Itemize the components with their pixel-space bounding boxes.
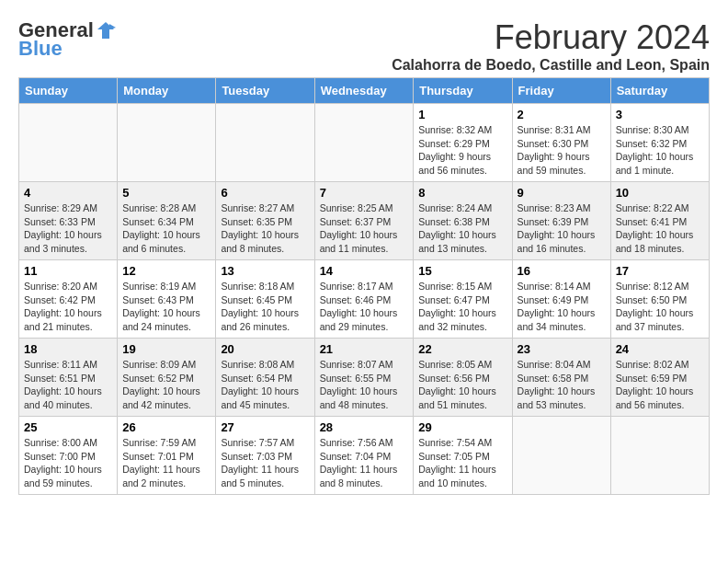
day-number: 5: [122, 186, 210, 200]
calendar-cell: [19, 104, 118, 182]
calendar-cell: 22Sunrise: 8:05 AM Sunset: 6:56 PM Dayli…: [414, 339, 512, 417]
calendar-cell: 19Sunrise: 8:09 AM Sunset: 6:52 PM Dayli…: [118, 339, 216, 417]
day-info: Sunrise: 8:23 AM Sunset: 6:39 PM Dayligh…: [518, 201, 606, 256]
day-info: Sunrise: 8:08 AM Sunset: 6:54 PM Dayligh…: [221, 358, 309, 412]
day-number: 2: [518, 108, 606, 121]
calendar-cell: 29Sunrise: 7:54 AM Sunset: 7:05 PM Dayli…: [414, 417, 512, 495]
day-number: 14: [320, 264, 409, 278]
day-number: 18: [24, 342, 112, 356]
day-info: Sunrise: 8:02 AM Sunset: 6:59 PM Dayligh…: [616, 358, 704, 412]
day-info: Sunrise: 8:29 AM Sunset: 6:33 PM Dayligh…: [24, 201, 112, 256]
day-number: 29: [418, 420, 506, 434]
day-number: 23: [518, 342, 606, 356]
calendar-cell: 8Sunrise: 8:24 AM Sunset: 6:38 PM Daylig…: [414, 182, 512, 260]
calendar-cell: 10Sunrise: 8:22 AM Sunset: 6:41 PM Dayli…: [610, 182, 709, 260]
calendar-cell: 1Sunrise: 8:32 AM Sunset: 6:29 PM Daylig…: [414, 104, 512, 182]
calendar-title: February 2024: [392, 18, 710, 57]
logo: General Blue: [18, 18, 116, 61]
day-number: 15: [418, 264, 506, 278]
calendar-cell: 2Sunrise: 8:31 AM Sunset: 6:30 PM Daylig…: [512, 104, 610, 182]
title-area: February 2024 Calahorra de Boedo, Castil…: [392, 18, 710, 74]
day-info: Sunrise: 8:09 AM Sunset: 6:52 PM Dayligh…: [122, 358, 210, 412]
day-info: Sunrise: 8:20 AM Sunset: 6:42 PM Dayligh…: [24, 280, 112, 334]
day-info: Sunrise: 8:07 AM Sunset: 6:55 PM Dayligh…: [320, 358, 409, 412]
day-number: 20: [221, 342, 309, 356]
calendar-header-wednesday: Wednesday: [314, 78, 414, 104]
day-number: 25: [24, 420, 112, 434]
day-number: 28: [320, 420, 409, 434]
day-info: Sunrise: 8:04 AM Sunset: 6:58 PM Dayligh…: [518, 358, 606, 412]
calendar-week-row: 18Sunrise: 8:11 AM Sunset: 6:51 PM Dayli…: [19, 339, 710, 417]
calendar-cell: 16Sunrise: 8:14 AM Sunset: 6:49 PM Dayli…: [512, 260, 610, 339]
calendar-header-friday: Friday: [512, 78, 610, 104]
calendar-cell: 5Sunrise: 8:28 AM Sunset: 6:34 PM Daylig…: [118, 182, 216, 260]
day-info: Sunrise: 8:00 AM Sunset: 7:00 PM Dayligh…: [24, 436, 112, 490]
day-info: Sunrise: 8:30 AM Sunset: 6:32 PM Dayligh…: [616, 123, 704, 178]
calendar-cell: 18Sunrise: 8:11 AM Sunset: 6:51 PM Dayli…: [19, 339, 118, 417]
day-number: 11: [24, 264, 112, 278]
calendar-cell: [216, 104, 314, 182]
day-info: Sunrise: 8:18 AM Sunset: 6:45 PM Dayligh…: [221, 280, 309, 334]
day-info: Sunrise: 8:15 AM Sunset: 6:47 PM Dayligh…: [418, 280, 506, 334]
day-info: Sunrise: 8:31 AM Sunset: 6:30 PM Dayligh…: [518, 123, 606, 178]
day-number: 12: [122, 264, 210, 278]
calendar-cell: 11Sunrise: 8:20 AM Sunset: 6:42 PM Dayli…: [19, 260, 118, 339]
calendar-cell: 20Sunrise: 8:08 AM Sunset: 6:54 PM Dayli…: [216, 339, 314, 417]
calendar-table: SundayMondayTuesdayWednesdayThursdayFrid…: [18, 77, 710, 495]
day-number: 8: [418, 186, 506, 200]
calendar-header-saturday: Saturday: [610, 78, 709, 104]
day-info: Sunrise: 8:22 AM Sunset: 6:41 PM Dayligh…: [616, 201, 704, 256]
logo-bird-icon: [96, 20, 116, 40]
svg-marker-0: [97, 22, 114, 39]
day-info: Sunrise: 7:56 AM Sunset: 7:04 PM Dayligh…: [320, 436, 409, 490]
day-info: Sunrise: 7:57 AM Sunset: 7:03 PM Dayligh…: [221, 436, 309, 490]
calendar-header-thursday: Thursday: [414, 78, 512, 104]
day-number: 10: [616, 186, 704, 200]
day-info: Sunrise: 8:12 AM Sunset: 6:50 PM Dayligh…: [616, 280, 704, 334]
day-number: 26: [122, 420, 210, 434]
calendar-cell: 14Sunrise: 8:17 AM Sunset: 6:46 PM Dayli…: [314, 260, 414, 339]
day-info: Sunrise: 8:27 AM Sunset: 6:35 PM Dayligh…: [221, 201, 309, 256]
day-info: Sunrise: 8:28 AM Sunset: 6:34 PM Dayligh…: [122, 201, 210, 256]
calendar-header-tuesday: Tuesday: [216, 78, 314, 104]
day-info: Sunrise: 8:17 AM Sunset: 6:46 PM Dayligh…: [320, 280, 409, 334]
calendar-cell: [314, 104, 414, 182]
day-number: 24: [616, 342, 704, 356]
calendar-cell: 15Sunrise: 8:15 AM Sunset: 6:47 PM Dayli…: [414, 260, 512, 339]
calendar-cell: 28Sunrise: 7:56 AM Sunset: 7:04 PM Dayli…: [314, 417, 414, 495]
calendar-cell: 12Sunrise: 8:19 AM Sunset: 6:43 PM Dayli…: [118, 260, 216, 339]
calendar-week-row: 1Sunrise: 8:32 AM Sunset: 6:29 PM Daylig…: [19, 104, 710, 182]
calendar-cell: 27Sunrise: 7:57 AM Sunset: 7:03 PM Dayli…: [216, 417, 314, 495]
calendar-cell: 7Sunrise: 8:25 AM Sunset: 6:37 PM Daylig…: [314, 182, 414, 260]
day-number: 27: [221, 420, 309, 434]
day-number: 16: [518, 264, 606, 278]
day-info: Sunrise: 8:05 AM Sunset: 6:56 PM Dayligh…: [418, 358, 506, 412]
day-info: Sunrise: 8:19 AM Sunset: 6:43 PM Dayligh…: [122, 280, 210, 334]
calendar-cell: [512, 417, 610, 495]
day-number: 7: [320, 186, 409, 200]
calendar-week-row: 11Sunrise: 8:20 AM Sunset: 6:42 PM Dayli…: [19, 260, 710, 339]
calendar-cell: 13Sunrise: 8:18 AM Sunset: 6:45 PM Dayli…: [216, 260, 314, 339]
logo-blue-text: Blue: [18, 37, 63, 61]
calendar-header-sunday: Sunday: [19, 78, 118, 104]
calendar-cell: 24Sunrise: 8:02 AM Sunset: 6:59 PM Dayli…: [610, 339, 709, 417]
day-number: 6: [221, 186, 309, 200]
day-info: Sunrise: 8:14 AM Sunset: 6:49 PM Dayligh…: [518, 280, 606, 334]
calendar-cell: 6Sunrise: 8:27 AM Sunset: 6:35 PM Daylig…: [216, 182, 314, 260]
calendar-header-row: SundayMondayTuesdayWednesdayThursdayFrid…: [19, 78, 710, 104]
day-info: Sunrise: 8:11 AM Sunset: 6:51 PM Dayligh…: [24, 358, 112, 412]
day-number: 19: [122, 342, 210, 356]
calendar-cell: 17Sunrise: 8:12 AM Sunset: 6:50 PM Dayli…: [610, 260, 709, 339]
calendar-cell: 23Sunrise: 8:04 AM Sunset: 6:58 PM Dayli…: [512, 339, 610, 417]
calendar-week-row: 4Sunrise: 8:29 AM Sunset: 6:33 PM Daylig…: [19, 182, 710, 260]
calendar-cell: 4Sunrise: 8:29 AM Sunset: 6:33 PM Daylig…: [19, 182, 118, 260]
day-number: 1: [418, 108, 506, 121]
day-info: Sunrise: 7:59 AM Sunset: 7:01 PM Dayligh…: [122, 436, 210, 490]
calendar-body: 1Sunrise: 8:32 AM Sunset: 6:29 PM Daylig…: [19, 104, 710, 495]
calendar-cell: 25Sunrise: 8:00 AM Sunset: 7:00 PM Dayli…: [19, 417, 118, 495]
calendar-cell: [118, 104, 216, 182]
calendar-header-monday: Monday: [118, 78, 216, 104]
day-info: Sunrise: 7:54 AM Sunset: 7:05 PM Dayligh…: [418, 436, 506, 490]
calendar-cell: 26Sunrise: 7:59 AM Sunset: 7:01 PM Dayli…: [118, 417, 216, 495]
calendar-cell: 9Sunrise: 8:23 AM Sunset: 6:39 PM Daylig…: [512, 182, 610, 260]
